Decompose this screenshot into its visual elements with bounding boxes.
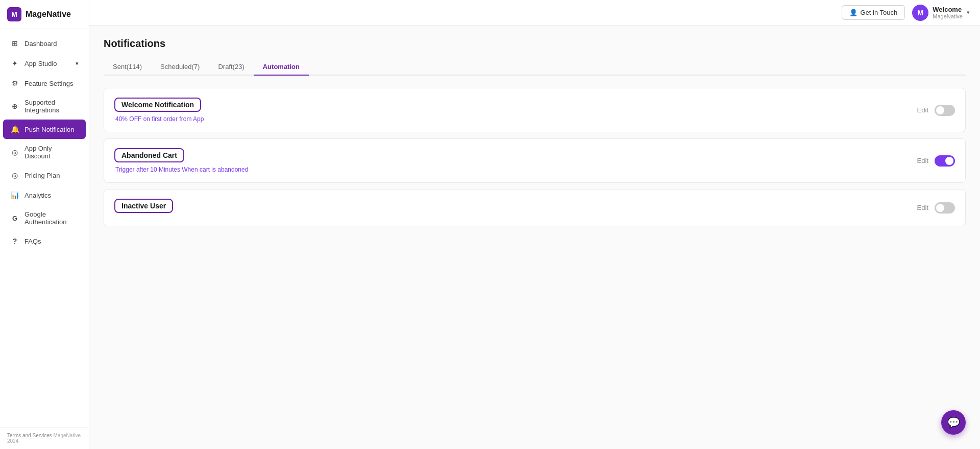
card-title-welcome: Welcome Notification: [121, 101, 194, 109]
notification-list: Welcome Notification 40% OFF on first or…: [104, 88, 966, 226]
sidebar-item-label: App Studio: [24, 60, 57, 67]
sidebar-item-label: Push Notification: [24, 126, 75, 133]
logo-icon: M: [7, 7, 21, 21]
sidebar-item-push-notification[interactable]: 🔔 Push Notification: [3, 120, 86, 139]
card-left-inactive-user: Inactive User: [114, 199, 173, 217]
sidebar-item-label: Supported Integrations: [24, 99, 79, 114]
sidebar-footer: Terms and Services MageNative 2024: [0, 427, 89, 449]
avatar: M: [912, 5, 928, 21]
terms-link[interactable]: Terms and Services: [7, 433, 52, 438]
card-subtitle-abandoned-cart: Trigger after 10 Minutes When cart is ab…: [114, 166, 248, 173]
tab-automation[interactable]: Automation: [254, 59, 309, 76]
sidebar-item-label: Dashboard: [24, 40, 57, 48]
card-left-welcome: Welcome Notification 40% OFF on first or…: [114, 98, 204, 123]
top-bar: 👤 Get in Touch M Welcome MageNative ▾: [89, 0, 980, 26]
tab-sent[interactable]: Sent(114): [104, 59, 151, 76]
sidebar-item-app-studio[interactable]: ✦ App Studio ▾: [3, 54, 86, 73]
app-only-discount-icon: ◎: [10, 148, 19, 157]
sidebar-item-app-only-discount[interactable]: ◎ App Only Discount: [3, 139, 86, 165]
sidebar-logo: M MageNative: [0, 0, 89, 29]
notification-card-abandoned-cart: Abandoned Cart Trigger after 10 Minutes …: [104, 138, 966, 183]
chevron-down-icon: ▾: [76, 60, 79, 67]
card-right-inactive-user: Edit: [917, 202, 955, 214]
card-right-welcome: Edit: [917, 105, 955, 116]
sidebar-item-label: FAQs: [24, 238, 41, 245]
get-in-touch-button[interactable]: 👤 Get in Touch: [842, 5, 905, 20]
edit-link-abandoned-cart[interactable]: Edit: [917, 157, 928, 164]
tab-scheduled[interactable]: Scheduled(7): [151, 59, 209, 76]
person-icon: 👤: [849, 9, 857, 16]
tab-draft[interactable]: Draft(23): [209, 59, 253, 76]
card-right-abandoned-cart: Edit: [917, 155, 955, 167]
toggle-welcome[interactable]: [935, 105, 955, 116]
edit-link-inactive-user[interactable]: Edit: [917, 204, 928, 211]
sidebar-item-label: Feature Settings: [24, 80, 73, 87]
card-left-abandoned-cart: Abandoned Cart Trigger after 10 Minutes …: [114, 148, 248, 173]
app-studio-icon: ✦: [10, 59, 19, 68]
main-area: 👤 Get in Touch M Welcome MageNative ▾ No…: [89, 0, 980, 449]
card-title-inactive-user: Inactive User: [121, 202, 166, 210]
card-subtitle-welcome: 40% OFF on first order from App: [114, 115, 204, 123]
user-menu[interactable]: M Welcome MageNative ▾: [912, 5, 970, 21]
user-subtitle: MageNative: [933, 13, 963, 19]
user-name: Welcome: [933, 6, 963, 13]
google-auth-icon: G: [10, 214, 19, 223]
user-name-block: Welcome MageNative: [933, 6, 963, 19]
chat-bubble-button[interactable]: 💬: [941, 410, 966, 435]
sidebar-item-supported-integrations[interactable]: ⊕ Supported Integrations: [3, 93, 86, 119]
card-title-box-welcome: Welcome Notification: [114, 98, 201, 112]
sidebar-item-feature-settings[interactable]: ⚙ Feature Settings: [3, 74, 86, 93]
sidebar-item-label: Analytics: [24, 192, 51, 199]
sidebar-item-label: Google Authentication: [24, 210, 79, 226]
sidebar-item-faqs[interactable]: ? FAQs: [3, 231, 86, 251]
sidebar-item-label: Pricing Plan: [24, 172, 60, 179]
notification-card-inactive-user: Inactive User Edit: [104, 189, 966, 226]
toggle-abandoned-cart[interactable]: [935, 155, 955, 167]
tabs-bar: Sent(114) Scheduled(7) Draft(23) Automat…: [104, 59, 966, 76]
sidebar: M MageNative ⊞ Dashboard ✦ App Studio ▾ …: [0, 0, 89, 449]
sidebar-nav: ⊞ Dashboard ✦ App Studio ▾ ⚙ Feature Set…: [0, 29, 89, 427]
chat-icon: 💬: [947, 416, 960, 429]
toggle-slider-abandoned-cart: [935, 155, 955, 167]
sidebar-item-pricing-plan[interactable]: ◎ Pricing Plan: [3, 166, 86, 185]
pricing-plan-icon: ◎: [10, 171, 19, 180]
analytics-icon: 📊: [10, 191, 19, 200]
card-title-abandoned-cart: Abandoned Cart: [121, 151, 177, 159]
chevron-down-icon: ▾: [967, 9, 970, 16]
toggle-inactive-user[interactable]: [935, 202, 955, 214]
content-area: Notifications Sent(114) Scheduled(7) Dra…: [89, 26, 980, 449]
faqs-icon: ?: [10, 237, 19, 246]
integrations-icon: ⊕: [10, 102, 19, 111]
get-in-touch-label: Get in Touch: [861, 9, 898, 16]
toggle-slider-welcome: [935, 105, 955, 116]
edit-link-welcome[interactable]: Edit: [917, 106, 928, 114]
sidebar-item-google-auth[interactable]: G Google Authentication: [3, 205, 86, 231]
notification-card-welcome: Welcome Notification 40% OFF on first or…: [104, 88, 966, 132]
page-title: Notifications: [104, 38, 966, 50]
logo-name: MageNative: [26, 10, 71, 19]
card-title-box-inactive-user: Inactive User: [114, 199, 173, 213]
sidebar-item-label: App Only Discount: [24, 145, 79, 160]
push-notification-icon: 🔔: [10, 125, 19, 134]
sidebar-item-analytics[interactable]: 📊 Analytics: [3, 185, 86, 205]
toggle-slider-inactive-user: [935, 202, 955, 214]
dashboard-icon: ⊞: [10, 39, 19, 48]
feature-settings-icon: ⚙: [10, 79, 19, 88]
card-title-box-abandoned-cart: Abandoned Cart: [114, 148, 184, 162]
sidebar-item-dashboard[interactable]: ⊞ Dashboard: [3, 34, 86, 53]
